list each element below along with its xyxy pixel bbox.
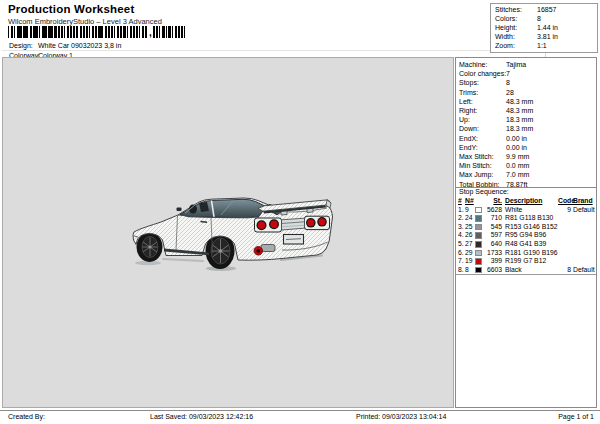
barcode-separator: , — [149, 26, 152, 38]
app-subtitle: Wilcom EmbroideryStudio – Level 3 Advanc… — [8, 17, 162, 26]
thread-swatch — [475, 258, 482, 265]
cell-index: 7. — [458, 257, 465, 266]
thread-swatch — [475, 267, 482, 274]
machine-label: Max Jump: — [459, 170, 493, 179]
cell-index: 6. — [458, 249, 465, 258]
thread-swatch — [475, 215, 482, 222]
stat-label: Stitches: — [495, 6, 522, 15]
cell-index: 4. — [458, 231, 465, 240]
thread-swatch — [475, 224, 482, 231]
cell-description: R81 G118 B130 — [502, 214, 558, 223]
machine-label: Trims: — [459, 88, 478, 97]
machine-label: Min Stitch: — [459, 161, 492, 170]
side-mirror — [177, 208, 182, 212]
barcode-bars-main — [8, 26, 148, 38]
stat-value: 16857 — [537, 6, 556, 15]
cell-needle: 29 — [465, 249, 474, 258]
printed-text: Printed: 09/03/2023 13:04:14 — [356, 412, 446, 421]
stat-value: 1.44 in — [537, 24, 558, 33]
machine-value: 28 — [506, 88, 514, 97]
machine-value: 18.3 mm — [506, 115, 533, 124]
machine-label: Up: — [459, 115, 470, 124]
machine-value: 0.00 in — [506, 143, 527, 152]
car-embroidery-design — [131, 187, 341, 279]
cell-index: 1. — [458, 206, 465, 215]
stat-value: 8 — [537, 15, 541, 24]
cell-stitches: 640 — [483, 240, 502, 249]
machine-label: Machine: — [459, 60, 487, 69]
license-plate — [284, 235, 304, 245]
col-code: Code — [558, 197, 571, 206]
barcode-bars-check — [153, 26, 186, 38]
cell-stitches: 1733 — [483, 249, 502, 258]
thread-swatch — [475, 250, 482, 257]
machine-label: Color changes: — [459, 69, 506, 78]
cell-index: 5. — [458, 240, 465, 249]
machine-label: Left: — [459, 97, 473, 106]
thread-swatch — [475, 241, 482, 248]
machine-value: 48.3 mm — [506, 106, 533, 115]
header-row-divider — [2, 50, 545, 51]
machine-label: Down: — [459, 124, 479, 133]
machine-value: Tajima — [506, 60, 526, 69]
stat-label: Height: — [495, 24, 517, 33]
stop-row: 3.25545R153 G146 B152 — [458, 223, 596, 232]
stop-row: 6.291733R181 G190 B196 — [458, 249, 596, 258]
machine-value: 0.0 mm — [506, 161, 529, 170]
stop-row: 5.27640R48 G41 B39 — [458, 240, 596, 249]
stop-sequence-table: # N# St. Description Code Brand 1.95628W… — [458, 197, 596, 274]
stop-table-header: # N# St. Description Code Brand — [458, 197, 596, 206]
machine-value: 18.3 mm — [506, 124, 533, 133]
cell-stitches: 399 — [483, 257, 502, 266]
cell-index: 3. — [458, 223, 465, 232]
machine-label: EndY: — [459, 143, 478, 152]
cell-needle: 27 — [465, 240, 474, 249]
created-by-label: Created By: — [8, 412, 45, 421]
machine-value: 48.3 mm — [506, 97, 533, 106]
barcode: , — [8, 26, 186, 38]
stat-value: 3.81 in — [537, 33, 558, 42]
machine-info-panel: Machine:Tajima Color changes:7 Stops:8 T… — [455, 57, 597, 408]
cell-stitches: 545 — [483, 223, 502, 232]
thread-swatch — [475, 232, 482, 239]
stat-label: Colors: — [495, 15, 517, 24]
cell-stitches: 5628 — [483, 206, 502, 215]
design-canvas — [2, 57, 454, 408]
cell-description: R153 G146 B152 — [502, 223, 558, 232]
machine-value: 9.9 mm — [506, 152, 529, 161]
cell-description: R199 G7 B12 — [502, 257, 558, 266]
cell-stitches: 710 — [483, 214, 502, 223]
machine-value: 8 — [506, 78, 510, 87]
cell-description: R48 G41 B39 — [502, 240, 558, 249]
stat-value: 1:1 — [537, 42, 547, 51]
footer-rule — [0, 410, 600, 411]
cell-description: White — [502, 206, 558, 215]
cell-needle: 19 — [465, 257, 474, 266]
machine-value: 7 — [506, 69, 510, 78]
worksheet-page: Production Worksheet Wilcom EmbroiderySt… — [0, 0, 600, 424]
last-saved-text: Last Saved: 09/03/2023 12:42:16 — [150, 412, 253, 421]
machine-value: 7.0 mm — [506, 170, 529, 179]
cell-code: 9 — [558, 206, 571, 215]
cell-needle: 9 — [465, 206, 474, 215]
page-title: Production Worksheet — [8, 3, 134, 15]
stat-label: Zoom: — [495, 42, 515, 51]
cell-needle: 25 — [465, 223, 474, 232]
stats-panel: Stitches:16857 Colors:8 Height:1.44 in W… — [490, 3, 598, 53]
col-index: # — [458, 197, 465, 206]
cell-needle: 26 — [465, 231, 474, 240]
stop-row: 2.24710R81 G118 B130 — [458, 214, 596, 223]
stop-sequence-title: Stop Sequence: — [459, 188, 509, 195]
machine-value: 0.00 in — [506, 134, 527, 143]
cell-stitches: 597 — [483, 231, 502, 240]
col-needle: N# — [465, 197, 474, 206]
stop-row: 1.95628White9Default — [458, 206, 596, 215]
cell-brand: Default — [571, 206, 596, 215]
page-number: Page 1 of 1 — [558, 412, 594, 421]
col-description: Description — [502, 197, 558, 206]
cell-needle: 24 — [465, 214, 474, 223]
stop-row: 7.19399R199 G7 B12 — [458, 257, 596, 266]
col-brand: Brand — [571, 197, 596, 206]
cell-description: R95 G94 B96 — [502, 231, 558, 240]
machine-label: Max Stitch: — [459, 152, 494, 161]
